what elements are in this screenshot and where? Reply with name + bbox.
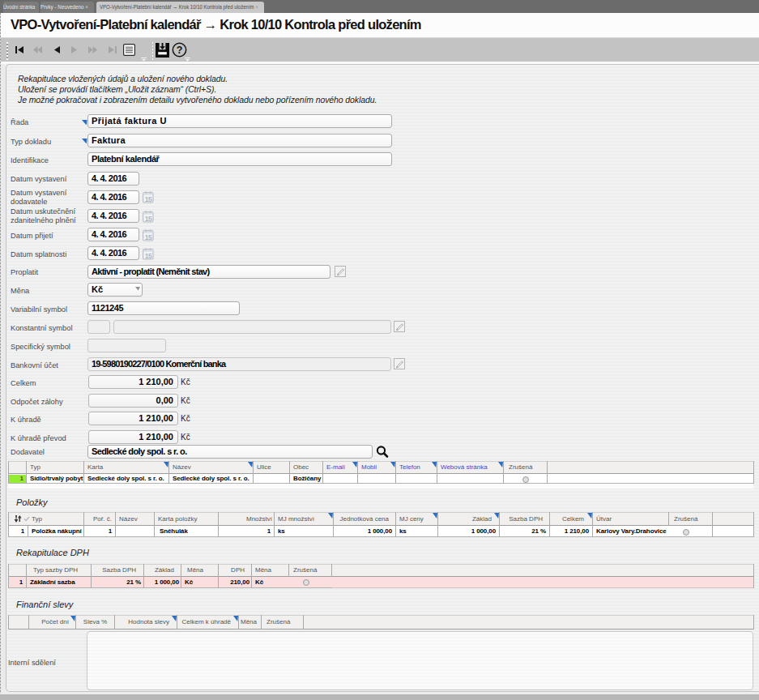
svg-text:15: 15 — [145, 214, 152, 222]
svg-text:?: ? — [177, 45, 183, 56]
svg-text:15: 15 — [145, 251, 152, 259]
svg-text:15: 15 — [145, 233, 152, 241]
svg-text:15: 15 — [145, 195, 152, 203]
